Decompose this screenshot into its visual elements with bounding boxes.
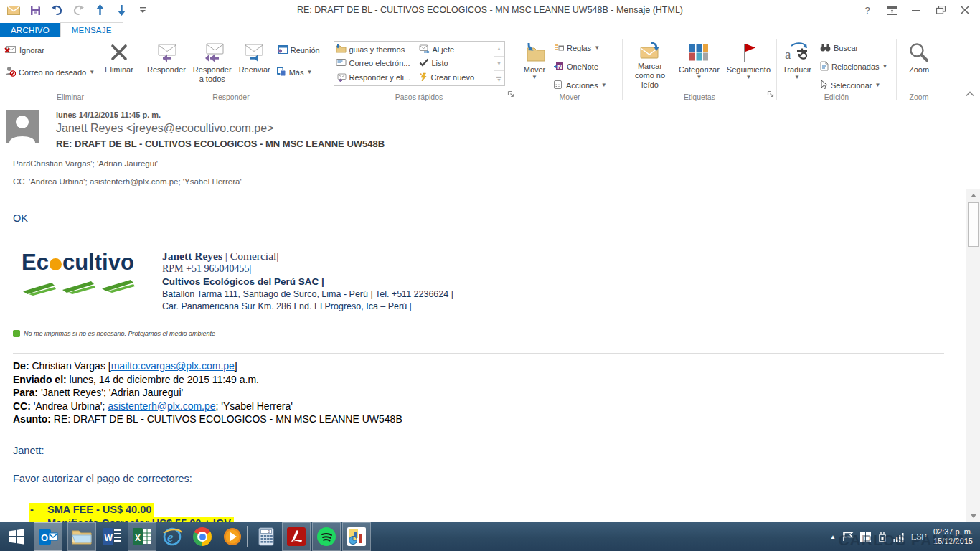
to-recipients[interactable]: 'Christian Vargas'; 'Adrian Jauregui' [29,159,158,168]
taskbar-spotify[interactable] [312,522,341,551]
related-button[interactable]: Relacionadas ▼ [818,59,890,74]
scroll-more-icon[interactable]: ▬▼ [494,70,504,85]
list-item: -SMA FEE - US$ 40.00 [29,503,951,517]
actions-button[interactable]: Acciones ▼ [551,77,609,93]
magnifier-icon [908,39,930,65]
collapse-ribbon-icon[interactable] [966,87,974,100]
windows-tray-icon[interactable] [860,532,871,542]
tab-archivo[interactable]: ARCHIVO [0,23,60,37]
signature-address-1: Batallón Tarma 111, Santiago de Surco, L… [162,289,453,299]
customize-qat-icon[interactable] [136,4,149,17]
dialog-launcher-icon[interactable] [767,88,774,100]
start-button[interactable] [0,522,33,551]
system-tray: ▲ ESP 02:37 p. m. 15/12/2015 [830,522,980,551]
previous-item-icon[interactable] [93,4,106,17]
taskbar-calculator[interactable]: 0 [252,522,281,551]
quickstep-responder-y-eliminar[interactable]: Responder y eli... [336,71,416,85]
taskbar-file-explorer[interactable] [67,522,96,551]
onenote-button[interactable]: N OneNote [551,59,609,74]
email-link[interactable]: asistenterh@plx.com.pe [108,400,215,412]
done-check-icon [419,58,429,68]
forward-button[interactable]: Reenviar [235,38,274,90]
restore-icon[interactable] [930,2,951,18]
group-label: Mover [517,93,622,101]
ignore-button[interactable]: Ignorar [2,42,97,57]
close-icon[interactable] [954,2,976,18]
taskbar-media-player[interactable] [218,522,247,551]
vertical-scrollbar[interactable] [966,189,980,522]
tab-mensaje[interactable]: MENSAJE [60,22,123,37]
select-button[interactable]: Seleccionar ▼ [818,77,890,93]
list-item: -Manifiesto Corrector US$ 55.00 + IGV [29,517,951,523]
eco-leaf-icon [13,330,20,337]
svg-text:e: e [167,529,174,545]
cc-recipients[interactable]: 'Andrea Urbina'; asistenterh@plx.com.pe;… [29,177,242,186]
zoom-button[interactable]: Zoom [905,38,933,90]
group-mover: Mover ▼ Reglas ▼ N OneNote Acci [517,37,622,103]
signature-name: Janett Reyes [162,250,225,262]
taskbar-chrome[interactable] [188,522,217,551]
find-button[interactable]: Buscar [818,40,890,55]
undo-icon[interactable] [50,4,63,17]
follow-up-button[interactable]: Seguimiento ▼ [723,38,774,90]
network-signal-icon[interactable] [893,532,905,542]
signature-block: Eccultivo Janett Reyes | Comercial| RPM … [13,250,951,311]
reply-button[interactable]: Responder [143,38,189,90]
quickstep-listo[interactable]: Listo [419,57,492,70]
clock[interactable]: 02:37 p. m. 15/12/2015 [933,527,973,546]
hidden-icons-chevron-icon[interactable]: ▲ [830,534,836,540]
meeting-button[interactable]: Reunión [274,42,322,57]
scrollbar-thumb[interactable] [968,202,979,247]
title-bar: RE: DRAFT DE BL - CULTIVOS ECOLOGICOS - … [0,0,980,20]
action-center-flag-icon[interactable] [842,532,854,542]
language-indicator[interactable]: ESP [911,532,927,541]
taskbar-excel[interactable]: X [128,522,156,551]
quickstep-crear-nuevo[interactable]: Crear nuevo [419,71,492,85]
quickstep-correo-electronico[interactable]: Correo electrón... [336,57,416,70]
scrollbar-up-icon[interactable] [966,189,980,202]
taskbar-adobe-reader[interactable] [282,522,311,551]
message-from[interactable]: Janett Reyes <jreyes@ecocultivo.com.pe> [56,122,980,135]
reply-all-button[interactable]: Responder a todos [189,38,235,90]
scroll-up-icon[interactable]: ▲ [494,42,504,56]
more-respond-button[interactable]: Más ▼ [274,65,322,80]
help-icon[interactable]: ? [857,2,878,18]
taskbar-word[interactable]: W [98,522,126,551]
group-pasos-rapidos: guias y thermos Correo electrón... Respo… [321,37,517,103]
dropdown-caret-icon: ▼ [306,70,312,75]
message-header: lunes 14/12/2015 11:45 p. m. Janett Reye… [0,103,980,189]
cc-row: CC 'Andrea Urbina'; asistenterh@plx.com.… [6,177,980,186]
dropdown-caret-icon: ▼ [696,75,702,80]
request-line: Favor autorizar el pago de correctores: [13,473,951,484]
delete-button[interactable]: Eliminar [101,38,137,90]
outlook-message-window: RE: DRAFT DE BL - CULTIVOS ECOLOGICOS - … [0,0,980,551]
next-item-icon[interactable] [115,4,128,17]
mail-icon[interactable] [7,4,20,17]
mailto-link[interactable]: mailto:cvargas@plx.com.pe [111,360,235,372]
quoted-header: De: Christian Vargas [mailto:cvargas@plx… [13,359,951,426]
taskbar-internet-explorer[interactable]: e [158,522,187,551]
rules-button[interactable]: Reglas ▼ [551,40,609,55]
ribbon-display-options-icon[interactable] [881,2,903,18]
to-row: Para 'Christian Vargas'; 'Adrian Jauregu… [6,159,980,168]
dialog-launcher-icon[interactable] [507,88,514,100]
group-etiquetas: Marcar como no leído Categorizar ▼ Segui… [623,37,776,103]
power-plug-icon[interactable] [877,532,887,542]
quickstep-al-jefe[interactable]: Al jefe [419,42,492,56]
redo-icon[interactable] [72,4,85,17]
minimize-icon[interactable] [905,2,927,18]
scroll-down-icon[interactable]: ▼ [494,56,504,71]
categorize-button[interactable]: Categorizar ▼ [675,38,723,90]
translate-button[interactable]: a Traducir ▼ [779,38,815,90]
signature-role: | Comercial| [225,250,279,262]
quickstep-guias-y-thermos[interactable]: guias y thermos [336,42,416,56]
scrollbar-down-icon[interactable] [966,510,980,522]
taskbar-outlook[interactable]: O [34,522,62,551]
cursor-icon [820,80,828,91]
taskbar-stats-app[interactable] [342,522,371,551]
save-icon[interactable] [29,4,42,17]
mark-unread-button[interactable]: Marcar como no leído [625,38,675,90]
dropdown-caret-icon: ▼ [794,75,800,80]
move-button[interactable]: Mover ▼ [519,38,550,90]
junk-button[interactable]: Correo no deseado ▼ [2,65,97,80]
